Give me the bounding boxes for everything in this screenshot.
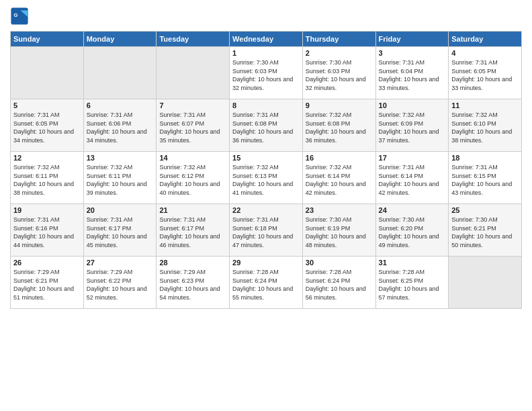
calendar-cell: 7Sunrise: 7:31 AM Sunset: 6:07 PM Daylig… — [157, 99, 230, 152]
calendar-cell: 16Sunrise: 7:32 AM Sunset: 6:14 PM Dayli… — [302, 152, 375, 204]
day-number: 17 — [379, 154, 446, 162]
calendar-cell: 10Sunrise: 7:32 AM Sunset: 6:09 PM Dayli… — [375, 99, 449, 152]
day-number: 26 — [13, 259, 81, 267]
calendar-cell: 29Sunrise: 7:28 AM Sunset: 6:24 PM Dayli… — [230, 257, 303, 309]
cell-content: Sunrise: 7:31 AM Sunset: 6:17 PM Dayligh… — [87, 216, 154, 249]
day-number: 22 — [232, 206, 300, 214]
calendar-cell: 1Sunrise: 7:30 AM Sunset: 6:03 PM Daylig… — [230, 47, 303, 99]
calendar-cell: 27Sunrise: 7:29 AM Sunset: 6:22 PM Dayli… — [83, 257, 157, 309]
week-row-1: 1Sunrise: 7:30 AM Sunset: 6:03 PM Daylig… — [11, 47, 522, 99]
calendar-cell: 17Sunrise: 7:31 AM Sunset: 6:14 PM Dayli… — [375, 152, 449, 204]
week-row-2: 5Sunrise: 7:31 AM Sunset: 6:05 PM Daylig… — [11, 99, 522, 152]
cell-content: Sunrise: 7:31 AM Sunset: 6:08 PM Dayligh… — [232, 111, 300, 144]
cell-content: Sunrise: 7:30 AM Sunset: 6:03 PM Dayligh… — [306, 58, 373, 92]
cell-content: Sunrise: 7:30 AM Sunset: 6:20 PM Dayligh… — [379, 216, 446, 249]
weekday-header-wednesday: Wednesday — [230, 32, 303, 47]
week-row-4: 19Sunrise: 7:31 AM Sunset: 6:16 PM Dayli… — [11, 204, 522, 257]
calendar-cell: 31Sunrise: 7:28 AM Sunset: 6:25 PM Dayli… — [375, 257, 449, 309]
cell-content: Sunrise: 7:31 AM Sunset: 6:05 PM Dayligh… — [13, 111, 81, 144]
cell-content: Sunrise: 7:31 AM Sunset: 6:15 PM Dayligh… — [451, 163, 519, 197]
calendar-cell: 24Sunrise: 7:30 AM Sunset: 6:20 PM Dayli… — [375, 204, 449, 257]
day-number: 27 — [87, 259, 154, 267]
day-number: 3 — [379, 49, 446, 57]
calendar-cell: 22Sunrise: 7:31 AM Sunset: 6:18 PM Dayli… — [230, 204, 303, 257]
calendar-cell: 4Sunrise: 7:31 AM Sunset: 6:05 PM Daylig… — [449, 47, 522, 99]
cell-content: Sunrise: 7:28 AM Sunset: 6:24 PM Dayligh… — [232, 268, 300, 302]
calendar-table: SundayMondayTuesdayWednesdayThursdayFrid… — [10, 31, 522, 309]
calendar-cell: 28Sunrise: 7:29 AM Sunset: 6:23 PM Dayli… — [157, 257, 230, 309]
calendar-cell: 18Sunrise: 7:31 AM Sunset: 6:15 PM Dayli… — [449, 152, 522, 204]
weekday-header-row: SundayMondayTuesdayWednesdayThursdayFrid… — [11, 32, 522, 47]
day-number: 9 — [306, 101, 373, 109]
cell-content: Sunrise: 7:29 AM Sunset: 6:22 PM Dayligh… — [87, 268, 154, 302]
cell-content: Sunrise: 7:32 AM Sunset: 6:11 PM Dayligh… — [87, 163, 154, 197]
calendar-cell: 14Sunrise: 7:32 AM Sunset: 6:12 PM Dayli… — [157, 152, 230, 204]
day-number: 30 — [306, 259, 373, 267]
logo: G — [10, 7, 32, 26]
week-row-5: 26Sunrise: 7:29 AM Sunset: 6:21 PM Dayli… — [11, 257, 522, 309]
day-number: 19 — [13, 206, 81, 214]
day-number: 6 — [87, 101, 154, 109]
cell-content: Sunrise: 7:28 AM Sunset: 6:24 PM Dayligh… — [306, 268, 373, 302]
cell-content: Sunrise: 7:31 AM Sunset: 6:16 PM Dayligh… — [13, 216, 81, 249]
svg-text:G: G — [14, 12, 18, 18]
calendar-cell: 20Sunrise: 7:31 AM Sunset: 6:17 PM Dayli… — [83, 204, 157, 257]
calendar-cell: 5Sunrise: 7:31 AM Sunset: 6:05 PM Daylig… — [11, 99, 84, 152]
calendar-cell: 9Sunrise: 7:32 AM Sunset: 6:08 PM Daylig… — [302, 99, 375, 152]
calendar-cell: 8Sunrise: 7:31 AM Sunset: 6:08 PM Daylig… — [230, 99, 303, 152]
calendar-cell: 25Sunrise: 7:30 AM Sunset: 6:21 PM Dayli… — [449, 204, 522, 257]
day-number: 12 — [13, 154, 81, 162]
cell-content: Sunrise: 7:31 AM Sunset: 6:07 PM Dayligh… — [159, 111, 226, 144]
day-number: 21 — [159, 206, 226, 214]
header: G — [10, 7, 522, 26]
cell-content: Sunrise: 7:31 AM Sunset: 6:05 PM Dayligh… — [451, 58, 519, 92]
day-number: 13 — [87, 154, 154, 162]
calendar-cell: 23Sunrise: 7:30 AM Sunset: 6:19 PM Dayli… — [302, 204, 375, 257]
day-number: 15 — [232, 154, 300, 162]
cell-content: Sunrise: 7:31 AM Sunset: 6:17 PM Dayligh… — [159, 216, 226, 249]
calendar-cell: 30Sunrise: 7:28 AM Sunset: 6:24 PM Dayli… — [302, 257, 375, 309]
day-number: 7 — [159, 101, 226, 109]
day-number: 28 — [159, 259, 226, 267]
weekday-header-saturday: Saturday — [449, 32, 522, 47]
calendar-cell: 2Sunrise: 7:30 AM Sunset: 6:03 PM Daylig… — [302, 47, 375, 99]
day-number: 29 — [232, 259, 300, 267]
cell-content: Sunrise: 7:31 AM Sunset: 6:06 PM Dayligh… — [87, 111, 154, 144]
day-number: 25 — [451, 206, 519, 214]
cell-content: Sunrise: 7:31 AM Sunset: 6:14 PM Dayligh… — [379, 163, 446, 197]
weekday-header-monday: Monday — [83, 32, 157, 47]
cell-content: Sunrise: 7:32 AM Sunset: 6:13 PM Dayligh… — [232, 163, 300, 197]
day-number: 8 — [232, 101, 300, 109]
calendar-cell: 19Sunrise: 7:31 AM Sunset: 6:16 PM Dayli… — [11, 204, 84, 257]
weekday-header-friday: Friday — [375, 32, 449, 47]
calendar-cell: 21Sunrise: 7:31 AM Sunset: 6:17 PM Dayli… — [157, 204, 230, 257]
cell-content: Sunrise: 7:31 AM Sunset: 6:18 PM Dayligh… — [232, 216, 300, 249]
day-number: 24 — [379, 206, 446, 214]
day-number: 5 — [13, 101, 81, 109]
cell-content: Sunrise: 7:32 AM Sunset: 6:12 PM Dayligh… — [159, 163, 226, 197]
day-number: 31 — [379, 259, 446, 267]
calendar-cell: 26Sunrise: 7:29 AM Sunset: 6:21 PM Dayli… — [11, 257, 84, 309]
week-row-3: 12Sunrise: 7:32 AM Sunset: 6:11 PM Dayli… — [11, 152, 522, 204]
calendar-cell — [157, 47, 230, 99]
cell-content: Sunrise: 7:32 AM Sunset: 6:10 PM Dayligh… — [451, 111, 519, 144]
calendar-cell — [83, 47, 157, 99]
day-number: 23 — [306, 206, 373, 214]
day-number: 2 — [306, 49, 373, 57]
weekday-header-tuesday: Tuesday — [157, 32, 230, 47]
cell-content: Sunrise: 7:30 AM Sunset: 6:21 PM Dayligh… — [451, 216, 519, 249]
cell-content: Sunrise: 7:31 AM Sunset: 6:04 PM Dayligh… — [379, 58, 446, 92]
calendar-cell: 13Sunrise: 7:32 AM Sunset: 6:11 PM Dayli… — [83, 152, 157, 204]
calendar-cell — [11, 47, 84, 99]
cell-content: Sunrise: 7:29 AM Sunset: 6:23 PM Dayligh… — [159, 268, 226, 302]
calendar-cell: 3Sunrise: 7:31 AM Sunset: 6:04 PM Daylig… — [375, 47, 449, 99]
calendar-cell — [449, 257, 522, 309]
day-number: 18 — [451, 154, 519, 162]
logo-icon: G — [10, 7, 29, 26]
weekday-header-thursday: Thursday — [302, 32, 375, 47]
day-number: 11 — [451, 101, 519, 109]
cell-content: Sunrise: 7:30 AM Sunset: 6:19 PM Dayligh… — [306, 216, 373, 249]
weekday-header-sunday: Sunday — [11, 32, 84, 47]
cell-content: Sunrise: 7:32 AM Sunset: 6:09 PM Dayligh… — [379, 111, 446, 144]
cell-content: Sunrise: 7:28 AM Sunset: 6:25 PM Dayligh… — [379, 268, 446, 302]
